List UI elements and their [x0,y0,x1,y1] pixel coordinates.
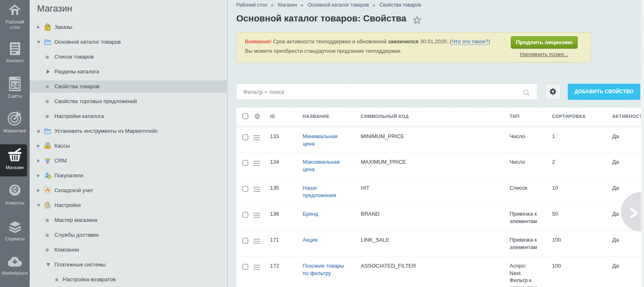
svg-text:24: 24 [12,187,17,192]
svg-text:24: 24 [11,82,19,89]
